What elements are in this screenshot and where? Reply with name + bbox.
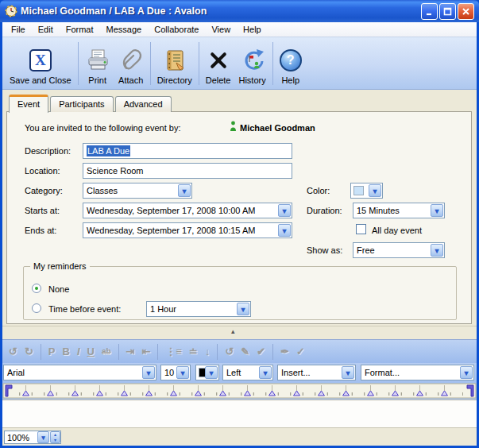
duration-select[interactable]: 15 Minutes ▾ [353,203,445,218]
ends-at-select[interactable]: Wednesday, September 17, 2008 10:15 AM ▾ [83,222,292,238]
menu-collaborate[interactable]: Collaborate [148,23,205,36]
underline-icon[interactable]: U [87,346,95,357]
description-input[interactable]: LAB A Due [83,143,292,159]
chevron-down-icon[interactable]: ▾ [342,366,354,379]
italic-icon[interactable]: I [77,346,80,357]
redo-icon[interactable]: ↻ [25,346,33,357]
line-spacing-icon[interactable]: ≐ [189,346,198,357]
menu-message[interactable]: Message [100,23,149,36]
ends-at-label: Ends at: [25,226,56,235]
toolbar-separator [272,344,273,360]
chevron-down-icon[interactable]: ▾ [431,244,443,257]
save-and-close-button[interactable]: X Save and Close [6,39,75,88]
font-size-select[interactable]: 10 ▾ [160,365,191,380]
location-label: Location: [25,166,60,176]
print-button[interactable]: Print [81,39,114,88]
chevron-down-icon[interactable]: ▾ [259,366,272,379]
spell-check-icon[interactable]: ✓ [296,346,305,357]
reminder-none-radio[interactable] [32,284,41,293]
toolbar-separator [41,344,41,360]
maximize-button[interactable] [439,3,456,20]
history-icon [240,46,265,75]
chevron-down-icon[interactable]: ▾ [237,303,249,315]
tab-participants[interactable]: Participants [50,96,113,112]
chevron-down-icon[interactable]: ▾ [142,366,155,379]
minimize-button[interactable] [421,3,438,20]
chevron-down-icon[interactable]: ▾ [431,204,443,217]
chevron-down-icon[interactable]: ▾ [176,366,189,379]
selected-text: LAB A Due [87,145,130,156]
spin-down-icon[interactable]: ▾ [51,438,60,443]
reminder-time-select[interactable]: 1 Hour ▾ [146,301,251,317]
main-toolbar: X Save and Close Print [2,37,477,90]
print-icon [85,46,110,75]
chevron-down-icon[interactable]: ▾ [178,184,191,197]
revert-icon[interactable]: ↺ [225,346,234,357]
organizer-name: Michael Goodman [240,123,315,133]
chevron-down-icon[interactable]: ▾ [460,366,473,379]
my-reminders-legend: My reminders [30,261,90,271]
chevron-down-icon[interactable]: ▾ [278,204,291,217]
duration-label: Duration: [307,206,342,215]
close-button[interactable] [458,3,474,20]
bullet-list-icon[interactable]: ⋮≡ [165,346,182,357]
chevron-down-icon[interactable]: ▾ [37,431,49,443]
category-select[interactable]: Classes ▾ [83,183,192,199]
chevron-down-icon[interactable]: ▾ [369,184,381,197]
chevron-down-icon[interactable]: ▾ [278,224,291,237]
all-day-checkbox[interactable] [356,224,366,234]
menu-help[interactable]: Help [237,23,268,36]
location-input[interactable]: Science Room [83,163,292,179]
font-color-select[interactable]: ▾ [195,365,219,380]
undo-icon[interactable]: ↺ [9,346,17,357]
title-bar[interactable]: Michael Goodman / LAB A Due : Avalon [0,0,479,22]
application-window: Michael Goodman / LAB A Due : Avalon Fil… [0,0,479,448]
color-select[interactable]: ▾ [350,183,383,199]
show-as-select[interactable]: Free ▾ [353,242,445,258]
zoom-stepper[interactable]: ▴ ▾ [50,431,60,443]
status-bar: 100% ▾ ▴ ▾ [2,427,477,446]
zoom-control[interactable]: 100% ▾ ▴ ▾ [4,431,61,444]
bold-icon[interactable]: B [62,346,69,357]
pane-splitter[interactable]: ▴ [2,324,477,339]
menu-file[interactable]: File [5,23,32,36]
align-select[interactable]: Left ▾ [222,365,273,380]
app-icon [5,5,17,17]
plain-style-icon[interactable]: P [48,346,56,357]
insert-select[interactable]: Insert... ▾ [277,365,356,380]
menu-view[interactable]: View [205,23,237,36]
approve-icon[interactable]: ✔ [257,346,265,357]
message-body[interactable] [2,400,477,427]
all-day-label: All day event [372,226,422,235]
color-label: Color: [307,186,330,195]
format-select[interactable]: Format... ▾ [361,365,474,380]
strikethrough-icon[interactable]: ab [102,347,111,356]
menu-edit[interactable]: Edit [32,23,60,36]
signature-icon[interactable]: ✒ [280,346,289,357]
tab-event[interactable]: Event [9,95,48,113]
help-icon: ? [280,46,302,75]
directory-button[interactable]: Directory [153,39,196,88]
user-icon [230,121,237,132]
starts-at-label: Starts at: [25,206,60,215]
toolbar-separator [78,42,79,85]
menu-format[interactable]: Format [60,23,100,36]
help-button[interactable]: ? Help [276,39,306,88]
edit-pen-icon[interactable]: ✎ [241,346,249,357]
indent-decrease-icon[interactable]: ⇤ [141,346,150,357]
reminder-time-radio[interactable] [32,303,41,313]
tab-advanced[interactable]: Advanced [115,96,172,112]
splitter-groove [2,326,477,326]
attach-button[interactable]: Attach [114,39,148,88]
font-family-select[interactable]: Arial ▾ [3,365,156,380]
collapse-arrow-icon[interactable]: ▴ [231,328,235,335]
delete-icon [209,46,228,75]
indent-increase-icon[interactable]: ⇥ [126,346,135,357]
ruler[interactable] [2,383,477,400]
insert-below-icon[interactable]: ↓ [205,346,211,357]
starts-at-select[interactable]: Wednesday, September 17, 2008 10:00 AM ▾ [83,203,292,218]
delete-button[interactable]: Delete [202,39,235,88]
menu-bar: File Edit Format Message Collaborate Vie… [2,22,477,37]
history-button[interactable]: History [234,39,269,88]
chevron-down-icon[interactable]: ▾ [205,366,218,379]
